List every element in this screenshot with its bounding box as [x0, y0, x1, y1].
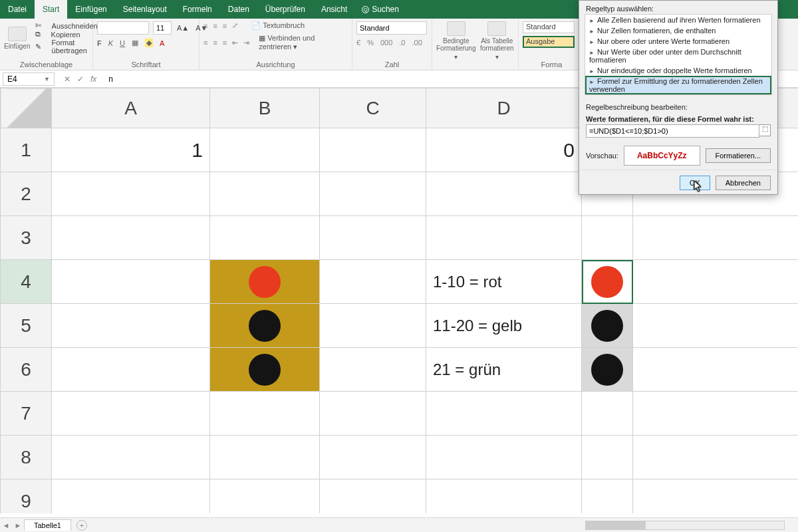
range-picker-icon[interactable]: ⬚ [759, 124, 771, 136]
align-right-icon[interactable]: ≡ [223, 39, 227, 47]
cell-E4[interactable] [582, 260, 633, 304]
rule-option-0[interactable]: Alle Zellen basierend auf ihren Werten f… [585, 15, 771, 25]
cell-A4[interactable] [52, 260, 210, 304]
cell-C8[interactable] [320, 436, 426, 479]
underline-button[interactable]: U [120, 39, 125, 47]
cell-C5[interactable] [320, 304, 426, 348]
align-bot-icon[interactable]: ≡ [223, 22, 227, 30]
sheet-nav-prev-icon[interactable]: ◄ [0, 521, 12, 529]
cancel-button[interactable]: Abbrechen [716, 176, 771, 190]
cell-B3[interactable] [210, 216, 320, 260]
formula-enter-icon[interactable]: ✓ [77, 74, 84, 84]
cell-B2[interactable] [210, 172, 320, 216]
cell-C6[interactable] [320, 348, 426, 392]
cell-E8[interactable] [582, 436, 633, 479]
col-header-D[interactable]: D [426, 88, 582, 128]
indent-inc-icon[interactable]: ⇥ [243, 39, 249, 47]
tab-review[interactable]: Überprüfen [257, 0, 313, 19]
align-top-icon[interactable]: ≡ [203, 22, 207, 30]
cell-F5[interactable] [633, 304, 799, 348]
rule-option-3[interactable]: Nur Werte über oder unter dem Durchschni… [585, 47, 771, 65]
cell-A7[interactable] [52, 392, 210, 436]
rule-type-list[interactable]: Alle Zellen basierend auf ihren Werten f… [585, 14, 772, 95]
cell-C3[interactable] [320, 216, 426, 260]
rule-option-4[interactable]: Nur eindeutige oder doppelte Werte forma… [585, 65, 771, 76]
cell-F7[interactable] [633, 392, 799, 436]
rule-option-1[interactable]: Nur Zellen formatieren, die enthalten [585, 25, 771, 36]
cell-E9[interactable] [582, 479, 633, 514]
cell-E7[interactable] [582, 392, 633, 436]
cell-A9[interactable] [52, 479, 210, 514]
style-ausgabe[interactable]: Ausgabe [523, 36, 575, 48]
cell-F4[interactable] [633, 260, 799, 304]
row-header-9[interactable]: 9 [1, 479, 52, 514]
cell-A8[interactable] [52, 436, 210, 479]
align-mid-icon[interactable]: ≡ [213, 22, 217, 30]
cell-D1[interactable]: 0 [426, 128, 582, 172]
row-header-8[interactable]: 8 [1, 436, 52, 479]
fill-color-button[interactable]: ◆ [145, 39, 153, 47]
tab-formulas[interactable]: Formeln [175, 0, 220, 19]
cell-F6[interactable] [633, 348, 799, 392]
cell-B1[interactable] [210, 128, 320, 172]
format-as-table-button[interactable]: Als Tabelle formatieren▾ [479, 21, 514, 61]
cell-A2[interactable] [52, 172, 210, 216]
format-button[interactable]: Formatieren... [706, 148, 771, 163]
ok-button[interactable]: OK [680, 176, 710, 190]
chevron-down-icon[interactable]: ▼ [44, 76, 50, 82]
cell-A6[interactable] [52, 348, 210, 392]
dec-decimal-icon[interactable]: .00 [412, 39, 422, 47]
cell-C1[interactable] [320, 128, 426, 172]
font-color-button[interactable]: A [160, 39, 164, 47]
cell-B6[interactable] [210, 348, 320, 392]
cell-C2[interactable] [320, 172, 426, 216]
cell-A5[interactable] [52, 304, 210, 348]
thousand-icon[interactable]: 000 [380, 39, 392, 47]
cell-B4[interactable] [210, 260, 320, 304]
fx-icon[interactable]: fx [90, 74, 96, 84]
cell-F3[interactable] [633, 216, 799, 260]
font-name-input[interactable] [97, 21, 149, 35]
wrap-text-button[interactable]: 📄 Textumbruch [251, 21, 305, 30]
cell-A3[interactable] [52, 216, 210, 260]
cell-F9[interactable] [633, 479, 799, 514]
cell-D5[interactable]: 11-20 = gelb [426, 304, 582, 348]
sheet-nav-next-icon[interactable]: ► [12, 521, 24, 529]
cell-A1[interactable]: 1 [52, 128, 210, 172]
orientation-icon[interactable]: ⤢ [232, 21, 238, 30]
cell-E5[interactable] [582, 304, 633, 348]
cell-E6[interactable] [582, 348, 633, 392]
paste-button[interactable]: Einfügen [4, 27, 30, 50]
name-box[interactable]: E4 ▼ [3, 72, 55, 86]
cell-D6[interactable]: 21 = grün [426, 348, 582, 392]
cell-B9[interactable] [210, 479, 320, 514]
select-all-corner[interactable] [1, 88, 52, 128]
tab-insert[interactable]: Einfügen [67, 0, 114, 19]
cell-D2[interactable] [426, 172, 582, 216]
tell-me-box[interactable]: Q Suchen [355, 0, 406, 19]
col-header-B[interactable]: B [210, 88, 320, 128]
italic-button[interactable]: K [108, 39, 113, 47]
tab-layout[interactable]: Seitenlayout [115, 0, 175, 19]
formula-field[interactable] [586, 124, 759, 138]
tab-start[interactable]: Start [35, 0, 67, 19]
conditional-formatting-button[interactable]: Bedingte Formatierung▾ [436, 21, 475, 61]
tab-view[interactable]: Ansicht [313, 0, 355, 19]
tab-data[interactable]: Daten [220, 0, 257, 19]
formula-cancel-icon[interactable]: ✕ [64, 74, 70, 84]
border-button[interactable]: ▦ [132, 39, 138, 47]
row-header-3[interactable]: 3 [1, 216, 52, 260]
align-left-icon[interactable]: ≡ [203, 39, 207, 47]
cell-E3[interactable] [582, 216, 633, 260]
rule-option-2[interactable]: Nur obere oder untere Werte formatieren [585, 36, 771, 47]
scrollbar-thumb[interactable] [586, 521, 646, 529]
cell-D3[interactable] [426, 216, 582, 260]
row-header-5[interactable]: 5 [1, 304, 52, 348]
row-header-6[interactable]: 6 [1, 348, 52, 392]
increase-font-icon[interactable]: A▲ [176, 24, 190, 32]
cell-C9[interactable] [320, 479, 426, 514]
cell-D4[interactable]: 1-10 = rot [426, 260, 582, 304]
format-painter-button[interactable]: ✎ Format übertragen [34, 39, 98, 55]
cell-B5[interactable] [210, 304, 320, 348]
row-header-1[interactable]: 1 [1, 128, 52, 172]
